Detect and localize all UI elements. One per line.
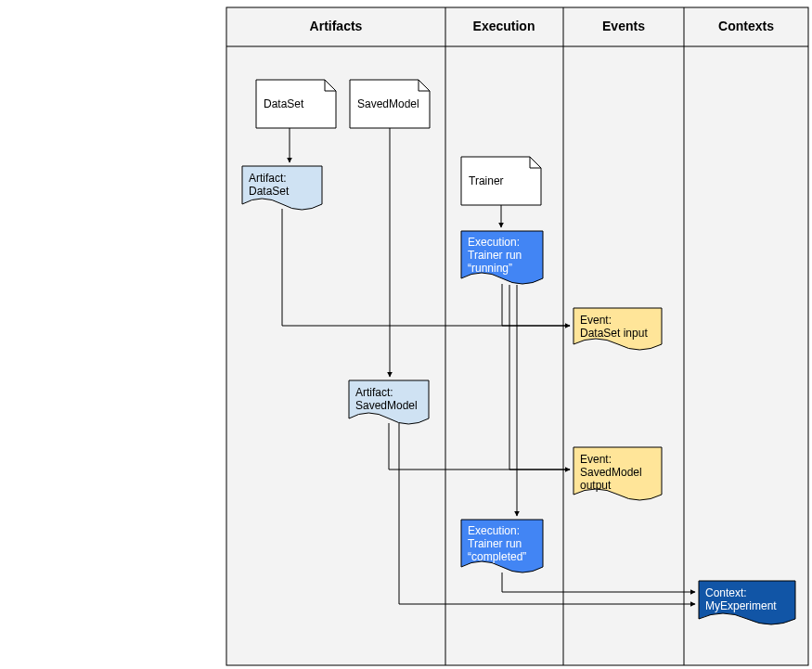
wavy-context-l2: MyExperiment (705, 599, 777, 612)
wavy-exec-completed-l1: Execution: (468, 524, 520, 537)
wavy-exec-completed-l2: Trainer run (468, 537, 522, 550)
wavy-exec-running-l2: Trainer run (468, 249, 522, 262)
wavy-event-dataset-l2: DataSet input (580, 327, 648, 340)
doc-savedmodel-label: SavedModel (357, 97, 419, 110)
wavy-artifact-savedmodel-l2: SavedModel (355, 399, 418, 412)
wavy-context-l1: Context: (705, 586, 747, 599)
wavy-artifact-savedmodel-l1: Artifact: (355, 386, 393, 399)
wavy-event-savedmodel-l3: output (580, 479, 612, 492)
wavy-exec-running-l1: Execution: (468, 236, 520, 249)
wavy-exec-running-l3: “running” (468, 262, 512, 275)
wavy-artifact-dataset-l1: Artifact: (249, 172, 287, 185)
col-header-artifacts: Artifacts (310, 19, 363, 33)
wavy-event-savedmodel-l2: SavedModel (580, 466, 642, 479)
wavy-exec-completed-l3: “completed” (468, 550, 526, 563)
wavy-event-dataset-l1: Event: (580, 314, 612, 327)
doc-dataset: DataSet (256, 80, 336, 128)
wavy-event-savedmodel-l1: Event: (580, 453, 612, 466)
wavy-artifact-dataset-l2: DataSet (249, 185, 290, 198)
doc-savedmodel: SavedModel (350, 80, 430, 128)
diagram-canvas: Artifacts Execution Events Contexts Data… (0, 0, 812, 669)
doc-trainer: Trainer (461, 157, 541, 205)
doc-trainer-label: Trainer (469, 174, 504, 187)
col-header-execution: Execution (473, 19, 535, 33)
col-header-contexts: Contexts (718, 19, 774, 33)
doc-dataset-label: DataSet (264, 97, 304, 110)
col-header-events: Events (602, 19, 645, 33)
